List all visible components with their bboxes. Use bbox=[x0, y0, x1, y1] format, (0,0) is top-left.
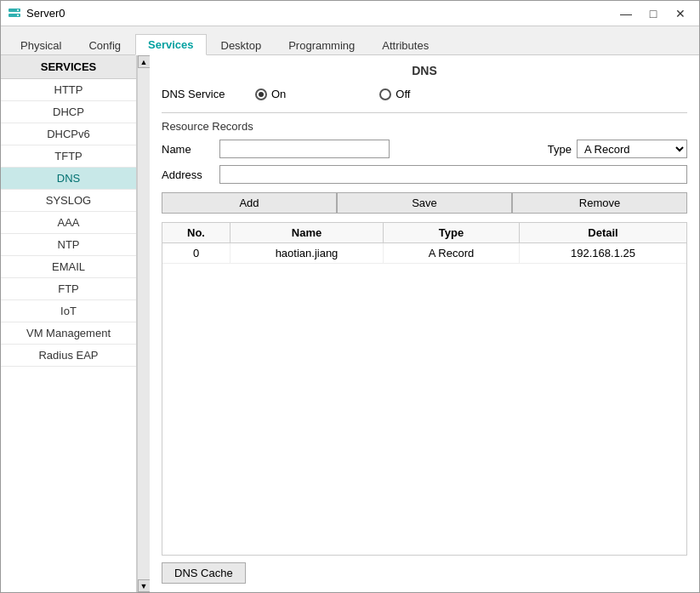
col-header-detail: Detail bbox=[520, 223, 686, 242]
name-input[interactable] bbox=[219, 140, 390, 158]
svg-point-3 bbox=[17, 14, 19, 16]
tab-desktop[interactable]: Desktop bbox=[208, 35, 275, 55]
service-label: DNS Service bbox=[162, 88, 238, 100]
col-header-name: Name bbox=[230, 223, 384, 242]
panel-title: DNS bbox=[162, 64, 687, 77]
tab-attributes[interactable]: Attributes bbox=[369, 35, 441, 55]
sidebar-item-radius-eap[interactable]: Radius EAP bbox=[1, 345, 136, 367]
sidebar-item-dns[interactable]: DNS bbox=[1, 168, 136, 190]
scrollbar-track bbox=[139, 68, 150, 579]
radio-on-circle bbox=[255, 88, 267, 100]
type-select[interactable]: A Record AAAA Record CNAME MX Record NS … bbox=[577, 140, 687, 158]
maximize-button[interactable]: □ bbox=[641, 4, 665, 23]
sidebar-scroll: HTTP DHCP DHCPv6 TFTP DNS SYSLOG AAA NTP… bbox=[1, 79, 136, 592]
main-content: SERVICES HTTP DHCP DHCPv6 TFTP DNS SYSLO… bbox=[1, 55, 699, 592]
divider bbox=[162, 112, 687, 113]
sidebar-item-syslog[interactable]: SYSLOG bbox=[1, 190, 136, 212]
window-title: Server0 bbox=[26, 7, 65, 20]
sidebar-item-vm-management[interactable]: VM Management bbox=[1, 322, 136, 345]
type-label: Type bbox=[548, 143, 572, 156]
table-body: 0 haotian.jiang A Record 192.168.1.25 bbox=[162, 243, 686, 555]
address-input[interactable] bbox=[219, 165, 687, 184]
close-button[interactable]: ✕ bbox=[669, 4, 692, 23]
radio-off-label: Off bbox=[396, 88, 410, 100]
radio-on-option[interactable]: On bbox=[255, 88, 286, 100]
content-panel: DNS DNS Service On Off Resource Reco bbox=[150, 55, 699, 592]
sidebar-item-aaa[interactable]: AAA bbox=[1, 212, 136, 234]
minimize-button[interactable]: — bbox=[614, 4, 638, 23]
radio-off-option[interactable]: Off bbox=[379, 88, 410, 100]
scrollbar-up-arrow[interactable]: ▲ bbox=[138, 55, 151, 68]
name-type-row: Name Type A Record AAAA Record CNAME MX … bbox=[162, 140, 687, 158]
tabs-bar: Physical Config Services Desktop Program… bbox=[1, 26, 699, 55]
sidebar-item-iot[interactable]: IoT bbox=[1, 300, 136, 322]
buttons-row: Add Save Remove bbox=[162, 192, 687, 214]
radio-off-circle bbox=[379, 88, 391, 100]
tab-programming[interactable]: Programming bbox=[276, 35, 367, 55]
sidebar-item-tftp[interactable]: TFTP bbox=[1, 145, 136, 168]
title-bar: Server0 — □ ✕ bbox=[1, 1, 699, 26]
sidebar-item-dhcp[interactable]: DHCP bbox=[1, 101, 136, 123]
cell-no-0: 0 bbox=[162, 243, 230, 263]
col-header-type: Type bbox=[384, 223, 520, 242]
table-header: No. Name Type Detail bbox=[162, 223, 686, 243]
dns-cache-button[interactable]: DNS Cache bbox=[162, 562, 246, 584]
sidebar-scrollbar: ▲ ▼ bbox=[137, 55, 150, 592]
remove-button[interactable]: Remove bbox=[512, 192, 687, 214]
cell-name-0: haotian.jiang bbox=[230, 243, 384, 263]
address-label: Address bbox=[162, 168, 213, 181]
sidebar-item-http[interactable]: HTTP bbox=[1, 79, 136, 101]
col-header-no: No. bbox=[162, 223, 230, 242]
cell-detail-0: 192.168.1.25 bbox=[520, 243, 686, 263]
cell-type-0: A Record bbox=[384, 243, 520, 263]
window: Server0 — □ ✕ Physical Config Services D… bbox=[0, 0, 700, 593]
svg-point-2 bbox=[17, 9, 19, 11]
title-bar-left: Server0 bbox=[8, 7, 65, 20]
sidebar-outer: SERVICES HTTP DHCP DHCPv6 TFTP DNS SYSLO… bbox=[1, 55, 150, 592]
radio-group: On Off bbox=[255, 88, 410, 100]
server-icon bbox=[8, 7, 21, 20]
sidebar-item-email[interactable]: EMAIL bbox=[1, 256, 136, 278]
type-group: Type A Record AAAA Record CNAME MX Recor… bbox=[548, 140, 687, 158]
sidebar: SERVICES HTTP DHCP DHCPv6 TFTP DNS SYSLO… bbox=[1, 55, 137, 592]
tab-physical[interactable]: Physical bbox=[8, 35, 74, 55]
tab-config[interactable]: Config bbox=[76, 35, 134, 55]
name-label: Name bbox=[162, 143, 213, 156]
address-row: Address bbox=[162, 165, 687, 184]
section-label: Resource Records bbox=[162, 120, 687, 133]
service-row: DNS Service On Off bbox=[162, 88, 687, 100]
tab-services[interactable]: Services bbox=[135, 34, 207, 55]
radio-on-label: On bbox=[271, 88, 286, 100]
add-button[interactable]: Add bbox=[162, 192, 337, 214]
sidebar-item-ntp[interactable]: NTP bbox=[1, 234, 136, 256]
sidebar-item-ftp[interactable]: FTP bbox=[1, 278, 136, 300]
title-bar-controls: — □ ✕ bbox=[614, 4, 692, 23]
scrollbar-down-arrow[interactable]: ▼ bbox=[138, 579, 151, 592]
sidebar-item-dhcpv6[interactable]: DHCPv6 bbox=[1, 123, 136, 145]
save-button[interactable]: Save bbox=[337, 192, 512, 214]
table-row[interactable]: 0 haotian.jiang A Record 192.168.1.25 bbox=[162, 243, 686, 264]
sidebar-header: SERVICES bbox=[1, 55, 136, 79]
table-container: No. Name Type Detail 0 haotian.jiang A R… bbox=[162, 222, 687, 556]
